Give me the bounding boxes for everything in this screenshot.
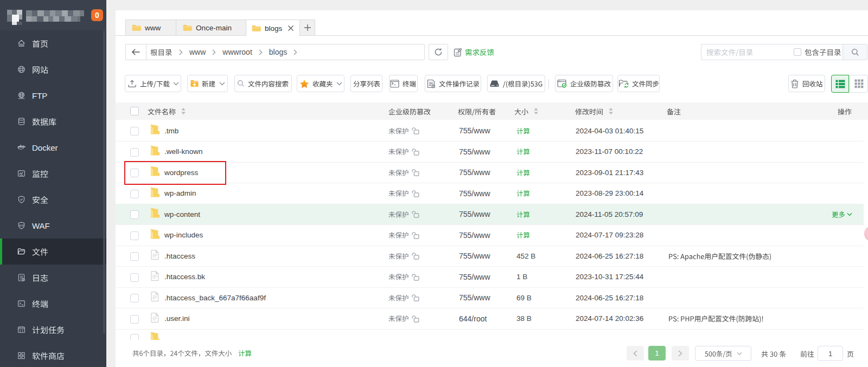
svg-text:WAF: WAF: [19, 224, 24, 227]
